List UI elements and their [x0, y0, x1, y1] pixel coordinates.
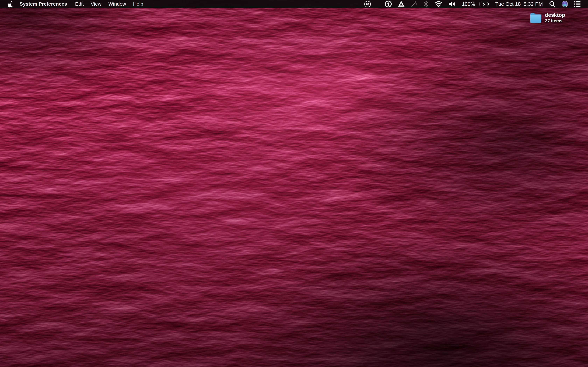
battery-percentage[interactable]: 100%	[459, 0, 476, 8]
onepassword-keyhole-icon	[385, 0, 392, 8]
wifi-menu-extra[interactable]	[432, 0, 446, 8]
wallpaper-waves-texture	[0, 0, 588, 367]
clock-time: 5:32 PM	[524, 1, 543, 7]
creative-cloud-infinity-glyph: ∞	[366, 1, 369, 6]
menu-bar-status-area: ∞	[361, 0, 588, 8]
apple-icon	[8, 0, 14, 8]
bluetooth-icon	[423, 0, 429, 8]
desktop-folder-item[interactable]: desktop 27 items	[529, 12, 565, 23]
folder-labels: desktop 27 items	[545, 12, 565, 23]
search-icon	[549, 1, 556, 7]
bluetooth-menu-extra[interactable]	[420, 0, 432, 8]
battery-charging-icon	[479, 1, 489, 7]
menu-edit[interactable]: Edit	[72, 0, 87, 8]
clock-date: Tue Oct 18	[495, 1, 521, 7]
menu-bar-left: System Preferences Edit View Window Help	[0, 0, 147, 8]
siri-menu-extra[interactable]	[559, 0, 571, 8]
menu-bar-clock[interactable]: Tue Oct 18 5:32 PM	[492, 1, 546, 7]
creative-cloud-menu-extra[interactable]: ∞	[361, 0, 374, 8]
folder-icon-graphic	[529, 13, 542, 23]
menu-help[interactable]: Help	[130, 0, 147, 8]
folder-item-count-label: 27 items	[545, 18, 565, 23]
google-drive-menu-extra[interactable]	[395, 0, 408, 8]
battery-menu-extra[interactable]	[476, 0, 492, 8]
menu-app-name[interactable]: System Preferences	[16, 0, 72, 8]
battery-percent-label: 100%	[462, 1, 475, 7]
siri-color-wave	[562, 4, 568, 6]
notification-center-icon	[574, 1, 581, 7]
magic-wand-menu-extra[interactable]	[408, 0, 420, 8]
magic-wand-icon	[411, 1, 417, 7]
creative-cloud-icon: ∞	[364, 1, 371, 7]
siri-icon	[562, 1, 568, 7]
folder-name-label: desktop	[545, 12, 565, 18]
onepassword-menu-extra[interactable]	[382, 0, 395, 8]
volume-menu-extra[interactable]	[446, 0, 459, 8]
spotlight-menu-extra[interactable]	[546, 0, 559, 8]
apple-menu[interactable]	[5, 0, 16, 8]
wifi-icon	[435, 1, 442, 7]
desktop-wallpaper	[0, 0, 588, 367]
menu-view[interactable]: View	[87, 0, 105, 8]
menu-window[interactable]: Window	[105, 0, 130, 8]
folder-icon	[529, 13, 542, 23]
menu-bar: System Preferences Edit View Window Help…	[0, 0, 588, 8]
volume-icon	[449, 1, 456, 7]
notification-center-menu-extra[interactable]	[571, 0, 584, 8]
google-drive-icon	[398, 1, 405, 7]
